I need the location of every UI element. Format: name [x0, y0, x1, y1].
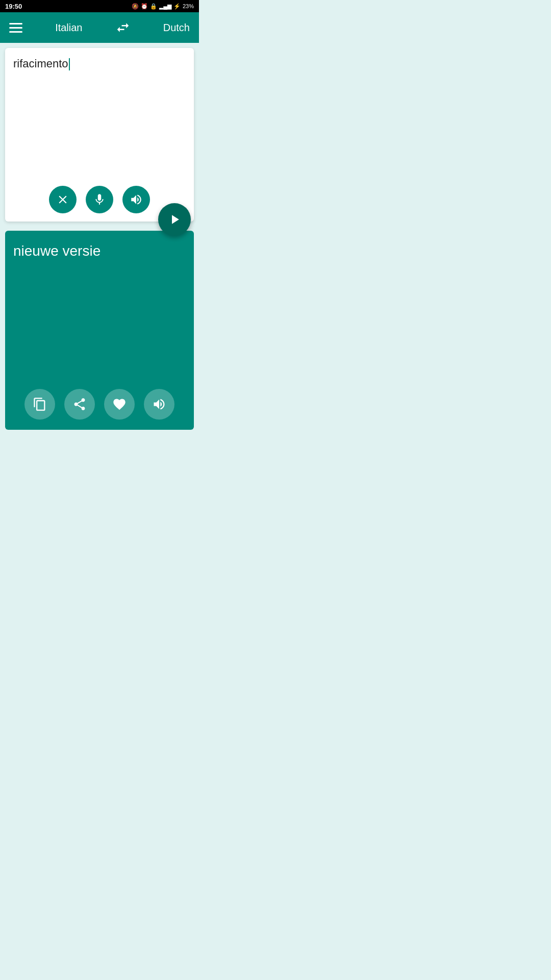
- translate-fab-button[interactable]: [158, 203, 191, 236]
- output-actions: [24, 389, 174, 420]
- output-panel: nieuwe versie: [5, 231, 194, 430]
- text-cursor: [69, 58, 70, 70]
- toolbar: Italian Dutch: [0, 12, 199, 43]
- battery-percent: 23%: [183, 3, 194, 9]
- status-icons: 🔕 ⏰ 🔒 ▂▄▆ ⚡ 23%: [132, 3, 194, 10]
- clear-button[interactable]: [49, 186, 77, 213]
- signal-icon: ▂▄▆: [159, 3, 171, 10]
- source-language-selector[interactable]: Italian: [55, 22, 82, 34]
- menu-button[interactable]: [9, 23, 22, 33]
- favorite-button[interactable]: [104, 389, 135, 420]
- speaker-button-input[interactable]: [122, 186, 150, 213]
- swap-languages-button[interactable]: [115, 20, 131, 35]
- share-button[interactable]: [64, 389, 95, 420]
- input-text: rifacimento: [13, 57, 68, 70]
- alarm-icon: ⏰: [141, 3, 148, 10]
- target-language-selector[interactable]: Dutch: [163, 22, 190, 34]
- speaker-button-output[interactable]: [144, 389, 174, 420]
- lock-icon: 🔒: [150, 3, 157, 10]
- input-panel: rifacimento: [5, 48, 194, 222]
- charging-icon: ⚡: [173, 3, 181, 10]
- microphone-button[interactable]: [86, 186, 113, 213]
- input-actions: [49, 186, 150, 213]
- notification-icon: 🔕: [132, 3, 139, 10]
- output-text: nieuwe versie: [13, 241, 186, 261]
- status-bar: 19:50 🔕 ⏰ 🔒 ▂▄▆ ⚡ 23%: [0, 0, 199, 12]
- input-panel-wrapper: rifacimento: [0, 48, 199, 222]
- status-time: 19:50: [5, 3, 22, 10]
- panels-wrapper: rifacimento nieuwe versie: [0, 48, 199, 430]
- copy-button[interactable]: [24, 389, 55, 420]
